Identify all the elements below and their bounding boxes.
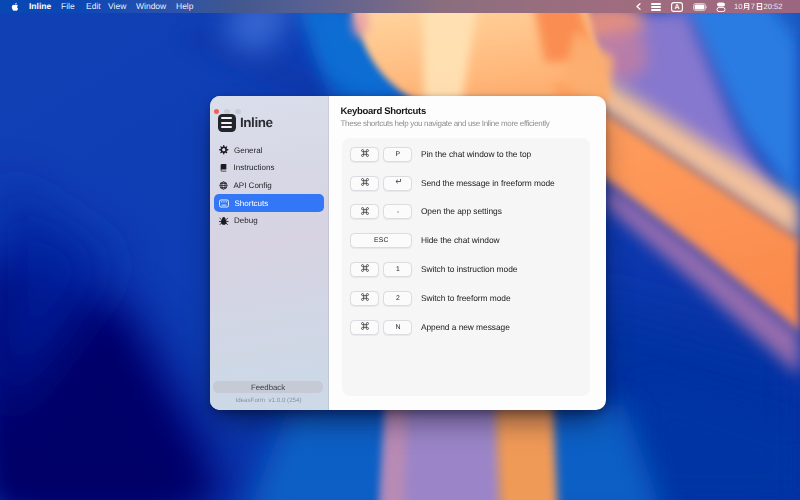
svg-text:A: A: [674, 4, 679, 11]
